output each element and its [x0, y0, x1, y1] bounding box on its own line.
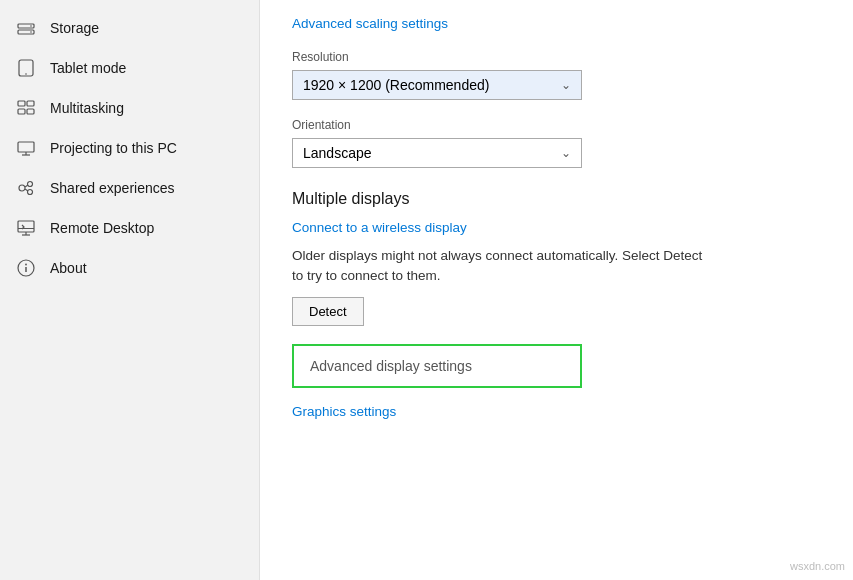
svg-point-14 [28, 182, 33, 187]
display-description: Older displays might not always connect … [292, 246, 712, 287]
sidebar-item-storage[interactable]: Storage [0, 8, 259, 48]
svg-point-5 [25, 73, 27, 75]
wireless-display-link[interactable]: Connect to a wireless display [292, 220, 467, 235]
svg-rect-9 [27, 109, 34, 114]
tablet-icon [16, 58, 36, 78]
sidebar-item-label-storage: Storage [50, 20, 99, 36]
sidebar-item-shared-experiences[interactable]: Shared experiences [0, 168, 259, 208]
advanced-display-settings-box[interactable]: Advanced display settings [292, 344, 582, 388]
shared-experiences-icon [16, 178, 36, 198]
orientation-label: Orientation [292, 118, 821, 132]
resolution-label: Resolution [292, 50, 821, 64]
sidebar-item-label-tablet: Tablet mode [50, 60, 126, 76]
sidebar-item-label-projecting: Projecting to this PC [50, 140, 177, 156]
resolution-value: 1920 × 1200 (Recommended) [303, 77, 489, 93]
graphics-settings-link[interactable]: Graphics settings [292, 404, 396, 419]
sidebar-item-projecting[interactable]: Projecting to this PC [0, 128, 259, 168]
orientation-dropdown-arrow: ⌄ [561, 146, 571, 160]
svg-point-2 [30, 25, 32, 27]
svg-line-16 [25, 185, 28, 187]
svg-rect-10 [18, 142, 34, 152]
detect-button[interactable]: Detect [292, 297, 364, 326]
orientation-dropdown[interactable]: Landscape ⌄ [292, 138, 582, 168]
resolution-dropdown[interactable]: 1920 × 1200 (Recommended) ⌄ [292, 70, 582, 100]
about-icon [16, 258, 36, 278]
main-panel: Advanced scaling settings Resolution 192… [260, 0, 853, 580]
svg-point-13 [19, 185, 25, 191]
resolution-dropdown-arrow: ⌄ [561, 78, 571, 92]
multitasking-icon [16, 98, 36, 118]
sidebar-item-tablet-mode[interactable]: Tablet mode [0, 48, 259, 88]
sidebar-item-about[interactable]: About [0, 248, 259, 288]
storage-icon [16, 18, 36, 38]
sidebar-item-label-about: About [50, 260, 87, 276]
svg-point-15 [28, 190, 33, 195]
svg-rect-6 [18, 101, 25, 106]
multiple-displays-heading: Multiple displays [292, 190, 821, 208]
advanced-display-label: Advanced display settings [310, 358, 472, 374]
svg-rect-7 [27, 101, 34, 106]
sidebar-item-label-shared: Shared experiences [50, 180, 175, 196]
svg-point-3 [30, 31, 32, 33]
svg-rect-8 [18, 109, 25, 114]
sidebar: Storage Tablet mode Multitasking Project… [0, 0, 260, 580]
sidebar-item-remote-desktop[interactable]: Remote Desktop [0, 208, 259, 248]
remote-desktop-icon [16, 218, 36, 238]
svg-rect-18 [18, 221, 34, 232]
projecting-icon [16, 138, 36, 158]
advanced-scaling-link[interactable]: Advanced scaling settings [292, 16, 448, 31]
sidebar-item-multitasking[interactable]: Multitasking [0, 88, 259, 128]
sidebar-item-label-multitasking: Multitasking [50, 100, 124, 116]
svg-point-24 [25, 264, 27, 266]
svg-line-17 [25, 189, 28, 191]
orientation-value: Landscape [303, 145, 372, 161]
sidebar-item-label-remote: Remote Desktop [50, 220, 154, 236]
